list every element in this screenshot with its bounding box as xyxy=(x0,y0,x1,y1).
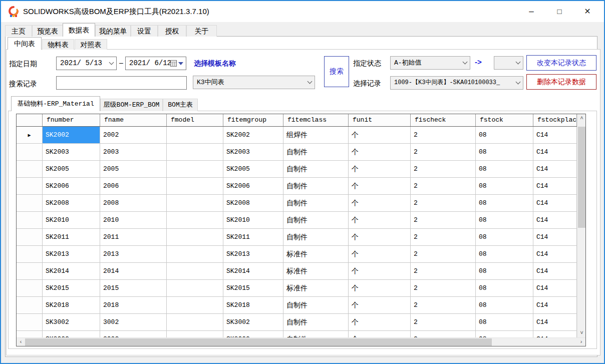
row-selector[interactable] xyxy=(17,178,43,195)
grid-cell[interactable]: C14 xyxy=(533,280,577,297)
grid-cell[interactable]: SK2014 xyxy=(43,263,100,280)
grid-cell[interactable]: 08 xyxy=(476,314,533,331)
grid-cell[interactable]: 2003 xyxy=(100,144,167,161)
grid-cell[interactable]: 个 xyxy=(349,297,411,314)
grid-cell[interactable]: 2010 xyxy=(100,212,167,229)
grid-cell[interactable]: 个 xyxy=(349,280,411,297)
row-selector[interactable]: ▶ xyxy=(17,127,43,144)
grid-cell[interactable]: C14 xyxy=(533,144,577,161)
grid-cell[interactable]: C14 xyxy=(533,127,577,144)
grid-cell[interactable]: 自制件 xyxy=(283,212,349,229)
grid-cell[interactable]: SK2010 xyxy=(43,212,100,229)
tab-erp-material[interactable]: 基础物料-ERP_Material xyxy=(11,96,100,111)
grid-cell[interactable]: SK3002c xyxy=(223,331,283,337)
grid-cell[interactable]: 2 xyxy=(411,297,476,314)
grid-cell[interactable] xyxy=(167,178,223,195)
grid-cell[interactable]: 2 xyxy=(411,161,476,178)
grid-cell[interactable]: 08 xyxy=(476,280,533,297)
grid-cell[interactable]: SK3002 xyxy=(223,314,283,331)
grid-cell[interactable]: 个 xyxy=(349,263,411,280)
grid-cell[interactable]: SK2002 xyxy=(43,127,100,144)
column-header-fname[interactable]: fname xyxy=(100,114,167,126)
tab-about[interactable]: 关于 xyxy=(186,25,217,37)
grid-cell[interactable]: 08 xyxy=(476,297,533,314)
grid-cell[interactable] xyxy=(167,280,223,297)
tab-bom-main[interactable]: BOM主表 xyxy=(163,99,198,111)
grid-cell[interactable]: 2015 xyxy=(100,280,167,297)
horizontal-scrollbar[interactable]: ‹ › xyxy=(17,337,585,346)
column-header-fitemclass[interactable]: fitemclass xyxy=(283,114,349,126)
grid-cell[interactable]: 自制件 xyxy=(283,195,349,212)
grid-cell[interactable]: SK2008 xyxy=(223,195,283,212)
grid-cell[interactable]: 个 xyxy=(349,195,411,212)
target-status-select[interactable] xyxy=(494,56,523,70)
tab-mapping-table[interactable]: 对照表 xyxy=(75,39,107,50)
grid-cell[interactable]: 自制件 xyxy=(283,314,349,331)
grid-cell[interactable]: SK2013 xyxy=(223,246,283,263)
grid-cell[interactable]: 2005 xyxy=(100,161,167,178)
grid-cell[interactable]: SK2013 xyxy=(43,246,100,263)
grid-cell[interactable]: C14 xyxy=(533,263,577,280)
grid-cell[interactable]: 08 xyxy=(476,161,533,178)
grid-cell[interactable]: 2013 xyxy=(100,246,167,263)
grid-cell[interactable]: 自制件 xyxy=(283,297,349,314)
grid-cell[interactable]: 自制件 xyxy=(283,229,349,246)
change-status-button[interactable]: 改变本记录状态 xyxy=(526,55,596,71)
grid-cell[interactable] xyxy=(167,161,223,178)
search-button[interactable]: 搜索 xyxy=(324,56,349,87)
grid-cell[interactable] xyxy=(167,195,223,212)
grid-cell[interactable]: 个 xyxy=(349,331,411,337)
grid-cell[interactable]: 个 xyxy=(349,127,411,144)
grid-cell[interactable]: 2 xyxy=(411,331,476,337)
grid-cell[interactable]: SK2018 xyxy=(43,297,100,314)
grid-cell[interactable] xyxy=(167,314,223,331)
grid-cell[interactable]: SK2003 xyxy=(223,144,283,161)
template-select[interactable]: K3中间表 xyxy=(193,76,315,89)
grid-cell[interactable]: 3002c xyxy=(100,331,167,337)
grid-cell[interactable]: 标准件 xyxy=(283,246,349,263)
column-header-fitemgroup[interactable]: fitemgroup xyxy=(223,114,283,126)
grid-cell[interactable]: 个 xyxy=(349,178,411,195)
grid-cell[interactable]: C14 xyxy=(533,314,577,331)
grid-cell[interactable]: SK2003 xyxy=(43,144,100,161)
vertical-scrollbar[interactable]: ˄ ˅ xyxy=(577,114,585,337)
grid-cell[interactable]: SK2005 xyxy=(43,161,100,178)
record-select[interactable]: 1009-【K3中间表】-SKA010100033_ xyxy=(390,76,523,90)
grid-cell[interactable] xyxy=(167,297,223,314)
grid-cell[interactable]: SK2006 xyxy=(223,178,283,195)
row-selector[interactable] xyxy=(17,314,43,331)
grid-cell[interactable]: 08 xyxy=(476,229,533,246)
grid-cell[interactable]: 08 xyxy=(476,331,533,337)
grid-cell[interactable]: 个 xyxy=(349,314,411,331)
row-selector[interactable] xyxy=(17,161,43,178)
grid-cell[interactable]: 2006 xyxy=(100,178,167,195)
search-record-input[interactable] xyxy=(56,76,187,90)
grid-cell[interactable]: 个 xyxy=(349,212,411,229)
maximize-button[interactable]: □ xyxy=(545,1,573,22)
grid-cell[interactable]: C14 xyxy=(533,178,577,195)
grid-cell[interactable]: 2008 xyxy=(100,195,167,212)
row-selector[interactable] xyxy=(17,212,43,229)
grid-cell[interactable]: 08 xyxy=(476,144,533,161)
row-selector[interactable] xyxy=(17,280,43,297)
close-button[interactable]: ✕ xyxy=(573,1,601,22)
grid-cell[interactable]: 2 xyxy=(411,229,476,246)
grid-cell[interactable]: 2011 xyxy=(100,229,167,246)
grid-cell[interactable]: 自制件 xyxy=(283,144,349,161)
grid-cell[interactable]: C14 xyxy=(533,246,577,263)
grid-cell[interactable]: 2 xyxy=(411,280,476,297)
grid-cell[interactable]: 08 xyxy=(476,246,533,263)
grid-cell[interactable] xyxy=(167,144,223,161)
grid-cell[interactable]: SK2006 xyxy=(43,178,100,195)
grid-cell[interactable]: 自制件 xyxy=(283,331,349,337)
row-selector[interactable] xyxy=(17,331,43,337)
grid-cell[interactable]: 2 xyxy=(411,246,476,263)
minimize-button[interactable]: – xyxy=(517,1,545,22)
grid-cell[interactable]: 2 xyxy=(411,263,476,280)
grid-cell[interactable]: C14 xyxy=(533,161,577,178)
grid-cell[interactable]: 2002 xyxy=(100,127,167,144)
grid-cell[interactable]: 个 xyxy=(349,144,411,161)
grid-cell[interactable]: 个 xyxy=(349,246,411,263)
grid-cell[interactable]: SK2011 xyxy=(223,229,283,246)
grid-cell[interactable]: 个 xyxy=(349,161,411,178)
